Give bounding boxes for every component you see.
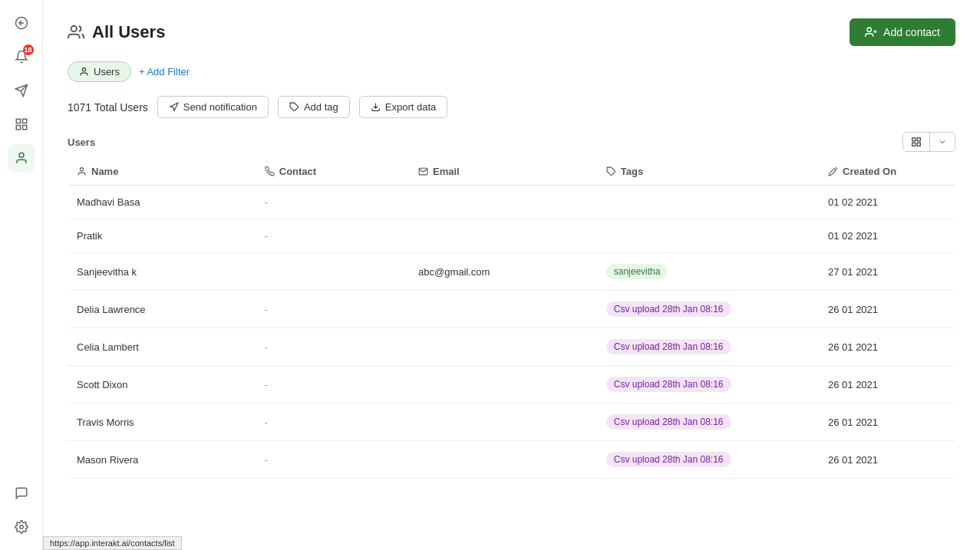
user-filter-icon: [79, 67, 89, 77]
contacts-icon[interactable]: [8, 144, 35, 172]
table-header-row: Users: [68, 132, 955, 152]
contact-col-icon: [265, 166, 275, 176]
cell-tags: [597, 219, 819, 253]
table-row[interactable]: Madhavi Basa - 01 02 2021: [68, 186, 955, 219]
send-icon[interactable]: [8, 77, 35, 104]
export-icon: [371, 102, 381, 112]
svg-rect-7: [16, 126, 20, 130]
table-row[interactable]: Celia Lambert - Csv upload 28th Jan 08:1…: [68, 328, 955, 366]
users-table: Name Contact Email: [68, 158, 955, 479]
table-row[interactable]: Travis Morris - Csv upload 28th Jan 08:1…: [68, 403, 955, 441]
cell-name: Sanjeevitha k: [68, 253, 256, 291]
cell-tags: Csv upload 28th Jan 08:16: [597, 366, 819, 403]
table-row[interactable]: Sanjeevitha k abc@gmail.com sanjeevitha …: [68, 253, 955, 291]
cell-tags: sanjeevitha: [597, 253, 819, 291]
view-toggle[interactable]: [902, 132, 955, 152]
svg-rect-18: [912, 138, 916, 141]
add-contact-button[interactable]: Add contact: [850, 18, 955, 46]
cell-tags: Csv upload 28th Jan 08:16: [597, 403, 819, 441]
svg-marker-15: [170, 103, 177, 110]
col-header-name: Name: [68, 158, 256, 186]
cell-created: 01 02 2021: [819, 186, 955, 219]
grid-icon: [911, 137, 922, 147]
svg-point-11: [867, 28, 871, 31]
table-row[interactable]: Scott Dixon - Csv upload 28th Jan 08:16 …: [68, 366, 955, 403]
cell-email: [409, 366, 597, 403]
cell-name: Mason Rivera: [68, 441, 256, 479]
table-area: Users Name: [68, 132, 955, 532]
cell-contact: -: [256, 441, 409, 479]
cell-email: [409, 291, 597, 328]
cell-tags: Csv upload 28th Jan 08:16: [597, 291, 819, 328]
cell-contact: -: [256, 403, 409, 441]
chat-icon[interactable]: [8, 479, 35, 507]
all-users-icon: [68, 24, 84, 41]
cell-email: [409, 219, 597, 253]
cell-name: Travis Morris: [68, 403, 256, 441]
table-header: Name Contact Email: [68, 158, 955, 186]
cell-email: [409, 328, 597, 366]
svg-rect-20: [917, 143, 920, 146]
cell-contact: -: [256, 328, 409, 366]
export-data-button[interactable]: Export data: [359, 96, 448, 118]
col-header-tags: Tags: [597, 158, 819, 186]
svg-point-9: [19, 525, 23, 529]
cell-name: Delia Lawrence: [68, 291, 256, 328]
add-tag-button[interactable]: Add tag: [278, 96, 350, 118]
cell-created: 26 01 2021: [819, 441, 955, 479]
svg-rect-4: [16, 119, 20, 123]
cell-created: 01 02 2021: [819, 219, 955, 253]
notification-badge: 18: [23, 44, 34, 55]
chevron-down-button[interactable]: [930, 133, 955, 150]
cell-created: 26 01 2021: [819, 366, 955, 403]
svg-point-14: [82, 68, 85, 71]
send-notification-button[interactable]: Send notification: [157, 96, 269, 118]
add-contact-icon: [865, 26, 877, 38]
cell-contact: -: [256, 186, 409, 219]
table-row[interactable]: Pratik - 01 02 2021: [68, 219, 955, 253]
email-col-icon: [418, 166, 428, 176]
table-body: Madhavi Basa - 01 02 2021 Pratik - 01 02…: [68, 186, 955, 479]
sidebar: 18: [0, 0, 43, 550]
svg-rect-19: [917, 138, 920, 141]
col-header-created: Created On: [819, 158, 955, 186]
cell-contact: -: [256, 366, 409, 403]
notifications-icon[interactable]: 18: [8, 43, 35, 71]
cell-name: Scott Dixon: [68, 366, 256, 403]
add-tag-icon: [289, 102, 299, 112]
cell-contact: [256, 253, 409, 291]
svg-line-24: [836, 167, 837, 169]
cell-email: abc@gmail.com: [409, 253, 597, 291]
url-bar: https://app.interakt.ai/contacts/list: [43, 536, 182, 550]
cell-tags: [597, 186, 819, 219]
send-notification-icon: [169, 102, 179, 112]
svg-point-10: [71, 26, 77, 31]
cell-email: [409, 441, 597, 479]
cell-email: [409, 403, 597, 441]
stats-row: 1071 Total Users Send notification Add t…: [68, 96, 955, 118]
filter-row: Users + Add Filter: [68, 61, 955, 82]
name-col-icon: [77, 166, 87, 176]
cell-created: 27 01 2021: [819, 253, 955, 291]
cell-created: 26 01 2021: [819, 328, 955, 366]
created-col-icon: [828, 166, 838, 176]
page-title-row: All Users: [68, 22, 165, 42]
settings-icon[interactable]: [8, 513, 35, 541]
tags-col-icon: [606, 166, 616, 176]
cell-name: Celia Lambert: [68, 328, 256, 366]
svg-rect-5: [22, 119, 26, 123]
cell-tags: Csv upload 28th Jan 08:16: [597, 328, 819, 366]
table-section-label: Users: [68, 137, 95, 148]
grid-view-button[interactable]: [903, 133, 929, 151]
table-row[interactable]: Mason Rivera - Csv upload 28th Jan 08:16…: [68, 441, 955, 479]
main-content: All Users Add contact Users + Add Filter…: [43, 0, 980, 550]
dashboard-icon[interactable]: [8, 110, 35, 138]
cell-name: Madhavi Basa: [68, 186, 256, 219]
page-title: All Users: [92, 22, 165, 42]
cell-contact: -: [256, 291, 409, 328]
page-header: All Users Add contact: [68, 18, 955, 46]
add-filter-button[interactable]: + Add Filter: [139, 66, 190, 77]
users-filter-chip[interactable]: Users: [68, 61, 131, 82]
table-row[interactable]: Delia Lawrence - Csv upload 28th Jan 08:…: [68, 291, 955, 328]
back-icon[interactable]: [8, 9, 35, 37]
